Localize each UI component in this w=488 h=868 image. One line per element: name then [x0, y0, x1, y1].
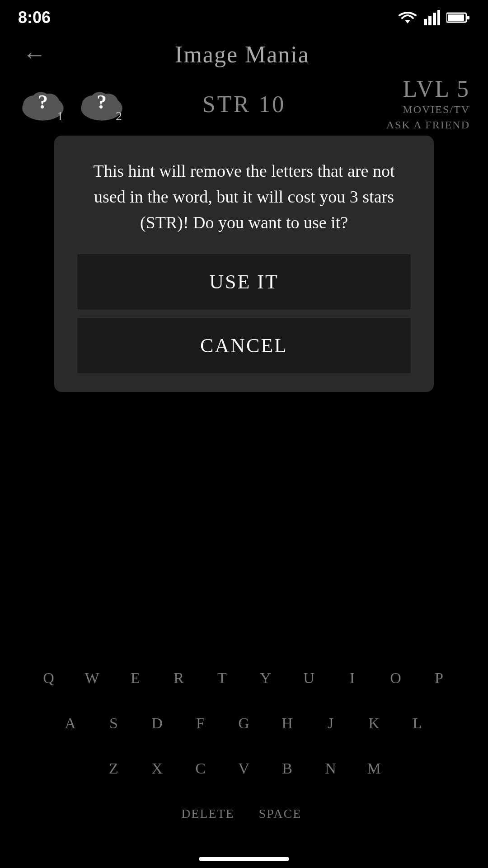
key-w[interactable]: W [70, 660, 114, 696]
lvl-sub2: ASK A FRIEND [386, 118, 470, 133]
cancel-button[interactable]: CANCEL [77, 317, 411, 374]
signal-icon [424, 10, 440, 25]
use-it-button[interactable]: USE IT [77, 254, 411, 310]
status-time: 8:06 [18, 8, 51, 27]
key-t[interactable]: T [201, 660, 244, 696]
space-key[interactable]: SPACE [244, 796, 316, 832]
key-b[interactable]: B [266, 750, 309, 787]
hint-1[interactable]: ? 1 [18, 84, 68, 124]
key-n[interactable]: N [309, 750, 352, 787]
lvl-sub1: MOVIES/TV [386, 102, 470, 118]
key-l[interactable]: L [396, 705, 439, 741]
back-button[interactable]: ← [23, 41, 46, 68]
key-u[interactable]: U [287, 660, 331, 696]
lvl-area: LVL 5 MOVIES/TV ASK A FRIEND [386, 75, 470, 132]
svg-rect-6 [448, 14, 464, 21]
delete-key[interactable]: DELETE [172, 796, 244, 832]
hint-1-num: 1 [57, 109, 63, 123]
key-j[interactable]: J [309, 705, 352, 741]
hint-2-symbol: ? [97, 90, 107, 113]
game-info-bar: ? 1 ? 2 STR 10 LVL 5 MOVIES/TV ASK A FRI… [0, 77, 488, 131]
key-k[interactable]: K [352, 705, 396, 741]
keyboard-row-1: QWERTYUIOP [9, 660, 479, 696]
svg-rect-4 [437, 10, 440, 25]
status-bar: 8:06 [0, 0, 488, 32]
key-f[interactable]: F [179, 705, 222, 741]
svg-rect-7 [467, 16, 469, 19]
key-g[interactable]: G [222, 705, 266, 741]
svg-rect-2 [428, 16, 432, 25]
key-i[interactable]: I [331, 660, 374, 696]
key-h[interactable]: H [266, 705, 309, 741]
key-e[interactable]: E [114, 660, 157, 696]
lvl-number: LVL 5 [386, 75, 470, 102]
keyboard-row-2: ASDFGHJKL [9, 705, 479, 741]
bottom-indicator [199, 857, 289, 861]
key-c[interactable]: C [179, 750, 222, 787]
dialog-message: This hint will remove the letters that a… [77, 158, 411, 236]
key-d[interactable]: D [136, 705, 179, 741]
str-label: STR 10 [202, 91, 286, 118]
key-m[interactable]: M [352, 750, 396, 787]
key-z[interactable]: Z [92, 750, 136, 787]
app-title: Image Mania [175, 41, 310, 68]
hint-dialog: This hint will remove the letters that a… [54, 136, 434, 392]
key-q[interactable]: Q [27, 660, 70, 696]
key-a[interactable]: A [49, 705, 92, 741]
hint-2-num: 2 [116, 109, 122, 123]
hints-area: ? 1 ? 2 [18, 84, 127, 124]
svg-marker-0 [405, 20, 410, 24]
key-x[interactable]: X [136, 750, 179, 787]
keyboard-row-3: ZXCVBNM [9, 750, 479, 787]
key-o[interactable]: O [374, 660, 418, 696]
keyboard: QWERTYUIOP ASDFGHJKL ZXCVBNM DELETE SPAC… [0, 660, 488, 841]
hint-1-symbol: ? [38, 90, 48, 113]
top-bar: ← Image Mania [0, 32, 488, 77]
wifi-icon [398, 10, 418, 25]
hint-2[interactable]: ? 2 [77, 84, 127, 124]
key-s[interactable]: S [92, 705, 136, 741]
key-r[interactable]: R [157, 660, 201, 696]
svg-rect-1 [424, 19, 427, 25]
key-y[interactable]: Y [244, 660, 287, 696]
key-p[interactable]: P [418, 660, 461, 696]
key-v[interactable]: V [222, 750, 266, 787]
keyboard-row-4: DELETE SPACE [9, 796, 479, 832]
svg-rect-3 [433, 13, 436, 25]
status-icons [398, 10, 470, 25]
battery-icon [446, 11, 470, 24]
